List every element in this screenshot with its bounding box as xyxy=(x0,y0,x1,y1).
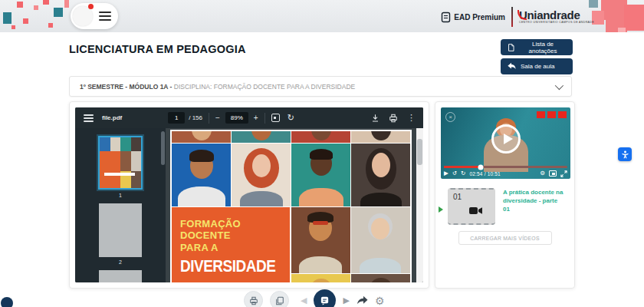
zoom-in-button[interactable]: + xyxy=(254,114,258,122)
thumbnail-page-2[interactable] xyxy=(99,203,142,257)
face-photo xyxy=(351,207,410,273)
accessibility-icon xyxy=(621,150,629,159)
settings-button[interactable]: ⚙ xyxy=(375,295,385,306)
fullscreen-icon[interactable] xyxy=(560,170,567,177)
share-icon xyxy=(356,295,368,305)
chat-widget[interactable] xyxy=(1,297,13,307)
share-button[interactable] xyxy=(356,295,368,305)
forward-30-icon[interactable]: ↻ xyxy=(461,170,465,177)
brand-logos: EAD Premium Uniandrade CENTRO UNIVERSITÁ… xyxy=(441,5,594,28)
cover-title-line1: FORMAÇÃO xyxy=(180,218,290,230)
page-title: LICENCIATURA EM PEDAGOGIA xyxy=(69,43,246,55)
playlist-number: 01 xyxy=(453,193,462,201)
print-page-button[interactable] xyxy=(244,291,263,307)
pdf-page: FORMAÇÃO DOCENTE PARA A DIVERSIDADE xyxy=(170,130,412,282)
decor-square xyxy=(601,0,627,20)
decor-square xyxy=(34,5,38,10)
pdf-scrollbar-thumb[interactable] xyxy=(417,139,422,165)
discipline-label: DISCIPLINA: FORMAÇÃO DOCENTE PARA A DIVE… xyxy=(174,83,355,91)
notes-list-button[interactable]: Lista de anotações xyxy=(501,39,573,55)
face-photo xyxy=(172,131,231,143)
thumbnail-page-3[interactable] xyxy=(99,270,142,282)
pip-icon[interactable] xyxy=(549,170,557,177)
note-list-icon xyxy=(507,43,514,52)
sidebar-toggle-icon[interactable] xyxy=(84,114,94,122)
rotate-icon[interactable]: ↻ xyxy=(288,114,294,122)
video-brand-squares xyxy=(537,111,567,118)
pdf-body: 1 2 xyxy=(75,128,423,282)
settings-gear-icon[interactable]: ⚙ xyxy=(540,170,545,177)
uniandrade-logo: Uniandrade CENTRO UNIVERSITÁRIO CAMPOS D… xyxy=(519,9,594,25)
copy-icon xyxy=(275,296,284,305)
annotation-icon xyxy=(320,295,330,305)
thumbnail-label-2: 2 xyxy=(75,259,166,265)
face-photo xyxy=(351,274,410,283)
pdf-filename: file.pdf xyxy=(102,114,122,121)
video-controls: ▶ ↺ ↻ 02:54 / 10:51 ⚙ xyxy=(444,169,567,178)
play-button[interactable] xyxy=(491,124,521,154)
thumbnail-label-1: 1 xyxy=(75,193,166,198)
back-arrow-icon xyxy=(507,62,516,71)
print-icon[interactable] xyxy=(389,114,398,123)
previous-page-icon[interactable]: ◀ xyxy=(301,296,307,305)
pdf-viewer: file.pdf / 156 − 89% + ↻ xyxy=(75,107,423,282)
zoom-level[interactable]: 89% xyxy=(225,112,248,124)
copy-pages-button[interactable] xyxy=(270,291,289,307)
decor-square xyxy=(43,0,49,5)
face-photo xyxy=(351,131,410,143)
pdf-page-area: FORMAÇÃO DOCENTE PARA A DIVERSIDADE xyxy=(166,128,423,282)
video-player[interactable]: × ▶ ↺ ↻ 02:54 / 10:51 ⚙ xyxy=(441,107,570,179)
cover-title-line3: PARA A xyxy=(180,242,290,254)
decor-square xyxy=(624,5,644,31)
user-menu-pill[interactable] xyxy=(71,3,118,29)
zoom-out-button[interactable]: − xyxy=(215,114,220,122)
module-label: 1º SEMESTRE - MÓDULO 1A - xyxy=(80,83,174,91)
playlist-title[interactable]: A prática docente na diversidade - parte… xyxy=(503,188,566,213)
play-icon[interactable]: ▶ xyxy=(444,170,449,177)
playlist-play-indicator xyxy=(439,206,443,213)
ead-premium-label: EAD Premium xyxy=(454,13,505,21)
annotation-button[interactable] xyxy=(314,289,336,307)
cover-row-faces xyxy=(172,144,411,206)
rewind-30-icon[interactable]: ↺ xyxy=(452,170,457,177)
notes-list-label: Lista de anotações xyxy=(519,41,567,54)
decor-square xyxy=(17,2,23,8)
watermark-icon: × xyxy=(445,112,455,122)
face-photo xyxy=(351,144,410,206)
next-page-icon[interactable]: ▶ xyxy=(343,296,349,305)
thumbnail-rail: 1 2 xyxy=(75,128,166,282)
chevron-down-icon[interactable] xyxy=(555,81,564,89)
pdf-scrollbar[interactable] xyxy=(416,128,423,282)
page-number-input[interactable] xyxy=(168,112,185,124)
printer-icon xyxy=(249,296,258,305)
accessibility-button[interactable] xyxy=(618,147,632,161)
video-card: × ▶ ↺ ↻ 02:54 / 10:51 ⚙ xyxy=(435,101,575,289)
thumbnail-page-1[interactable] xyxy=(98,136,143,190)
decor-square xyxy=(54,8,63,17)
hamburger-menu-icon[interactable] xyxy=(99,12,111,21)
pdf-toolbar: file.pdf / 156 − 89% + ↻ xyxy=(75,107,423,128)
classroom-button[interactable]: Sala de aula xyxy=(501,58,573,74)
fit-page-icon[interactable] xyxy=(271,114,280,122)
video-time: 02:54 / 10:51 xyxy=(469,171,501,177)
page: EAD Premium Uniandrade CENTRO UNIVERSITÁ… xyxy=(0,0,644,307)
cover-row-top xyxy=(172,131,411,143)
decor-square xyxy=(23,18,28,24)
page-total-label: / 156 xyxy=(189,114,202,121)
toolbar-divider xyxy=(264,113,265,124)
face-photo xyxy=(291,144,350,206)
playlist-thumbnail[interactable]: 01 xyxy=(448,188,495,225)
decor-square xyxy=(48,23,53,28)
decor-square xyxy=(618,28,626,32)
more-options-icon[interactable]: ⋮ xyxy=(407,114,416,122)
thumbnail-scrollbar[interactable] xyxy=(161,131,165,165)
module-accordion[interactable]: 1º SEMESTRE - MÓDULO 1A - DISCIPLINA: FO… xyxy=(69,76,572,97)
decor-square xyxy=(64,0,69,8)
decor-square xyxy=(12,25,15,29)
download-icon[interactable] xyxy=(371,114,380,123)
cover-title-line2: DOCENTE xyxy=(180,229,290,242)
top-header: EAD Premium Uniandrade CENTRO UNIVERSITÁ… xyxy=(0,0,644,32)
load-more-videos-button[interactable]: CARREGAR MAIS VÍDEOS xyxy=(458,231,552,245)
face-photo xyxy=(232,144,291,206)
video-progress-bar[interactable] xyxy=(444,166,567,168)
